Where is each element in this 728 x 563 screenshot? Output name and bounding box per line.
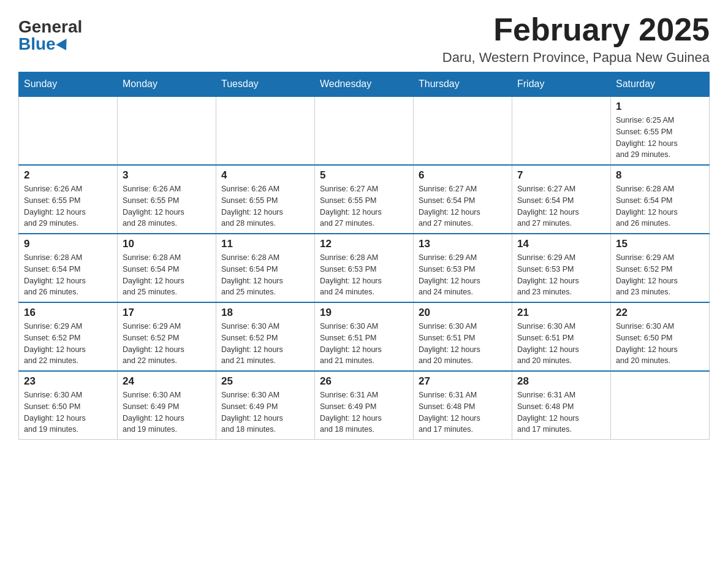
calendar-cell: 4Sunrise: 6:26 AMSunset: 6:55 PMDaylight…: [216, 165, 315, 234]
weekday-header-saturday: Saturday: [611, 72, 710, 97]
calendar-cell: [611, 371, 710, 440]
calendar-cell: 11Sunrise: 6:28 AMSunset: 6:54 PMDayligh…: [216, 234, 315, 302]
day-number: 4: [221, 169, 309, 182]
calendar-week-row: 23Sunrise: 6:30 AMSunset: 6:50 PMDayligh…: [19, 371, 710, 440]
calendar-cell: 9Sunrise: 6:28 AMSunset: 6:54 PMDaylight…: [19, 234, 118, 302]
calendar-cell: 3Sunrise: 6:26 AMSunset: 6:55 PMDaylight…: [118, 165, 216, 234]
calendar-cell: [118, 96, 216, 165]
logo-triangle-icon: [56, 39, 71, 53]
calendar-cell: 24Sunrise: 6:30 AMSunset: 6:49 PMDayligh…: [118, 371, 216, 440]
day-info: Sunrise: 6:31 AMSunset: 6:48 PMDaylight:…: [419, 389, 507, 435]
day-number: 28: [517, 375, 605, 388]
day-number: 16: [24, 307, 112, 319]
calendar-week-row: 16Sunrise: 6:29 AMSunset: 6:52 PMDayligh…: [19, 302, 710, 371]
day-info: Sunrise: 6:31 AMSunset: 6:49 PMDaylight:…: [320, 389, 408, 435]
logo-general-text: General: [18, 18, 82, 36]
day-info: Sunrise: 6:28 AMSunset: 6:53 PMDaylight:…: [320, 252, 408, 298]
day-info: Sunrise: 6:28 AMSunset: 6:54 PMDaylight:…: [24, 252, 112, 298]
day-number: 27: [419, 375, 507, 388]
day-number: 12: [320, 238, 408, 250]
day-info: Sunrise: 6:29 AMSunset: 6:52 PMDaylight:…: [123, 321, 211, 367]
day-info: Sunrise: 6:30 AMSunset: 6:51 PMDaylight:…: [419, 321, 507, 367]
calendar-cell: 23Sunrise: 6:30 AMSunset: 6:50 PMDayligh…: [19, 371, 118, 440]
calendar-header-row: SundayMondayTuesdayWednesdayThursdayFrid…: [19, 72, 710, 97]
logo-blue-text: Blue: [18, 36, 70, 53]
logo: General Blue: [18, 12, 82, 53]
calendar-cell: 20Sunrise: 6:30 AMSunset: 6:51 PMDayligh…: [414, 302, 512, 371]
calendar-cell: 10Sunrise: 6:28 AMSunset: 6:54 PMDayligh…: [118, 234, 216, 302]
month-title: February 2025: [442, 12, 710, 47]
calendar-cell: 16Sunrise: 6:29 AMSunset: 6:52 PMDayligh…: [19, 302, 118, 371]
calendar-cell: 14Sunrise: 6:29 AMSunset: 6:53 PMDayligh…: [512, 234, 611, 302]
day-info: Sunrise: 6:29 AMSunset: 6:53 PMDaylight:…: [517, 252, 605, 298]
day-number: 21: [517, 307, 605, 319]
day-number: 20: [419, 307, 507, 319]
weekday-header-thursday: Thursday: [414, 72, 512, 97]
day-info: Sunrise: 6:31 AMSunset: 6:48 PMDaylight:…: [517, 389, 605, 435]
calendar-week-row: 9Sunrise: 6:28 AMSunset: 6:54 PMDaylight…: [19, 234, 710, 302]
day-info: Sunrise: 6:29 AMSunset: 6:53 PMDaylight:…: [419, 252, 507, 298]
calendar-cell: 17Sunrise: 6:29 AMSunset: 6:52 PMDayligh…: [118, 302, 216, 371]
calendar-cell: 25Sunrise: 6:30 AMSunset: 6:49 PMDayligh…: [216, 371, 315, 440]
day-number: 22: [616, 307, 704, 319]
day-info: Sunrise: 6:28 AMSunset: 6:54 PMDaylight:…: [123, 252, 211, 298]
day-info: Sunrise: 6:29 AMSunset: 6:52 PMDaylight:…: [616, 252, 704, 298]
day-number: 10: [123, 238, 211, 250]
calendar-cell: 18Sunrise: 6:30 AMSunset: 6:52 PMDayligh…: [216, 302, 315, 371]
weekday-header-friday: Friday: [512, 72, 611, 97]
calendar-cell: 8Sunrise: 6:28 AMSunset: 6:54 PMDaylight…: [611, 165, 710, 234]
day-number: 18: [221, 307, 309, 319]
day-number: 7: [517, 169, 605, 182]
day-info: Sunrise: 6:30 AMSunset: 6:52 PMDaylight:…: [221, 321, 309, 367]
day-info: Sunrise: 6:27 AMSunset: 6:54 PMDaylight:…: [517, 183, 605, 229]
day-info: Sunrise: 6:30 AMSunset: 6:49 PMDaylight:…: [221, 389, 309, 435]
calendar-table: SundayMondayTuesdayWednesdayThursdayFrid…: [18, 72, 710, 440]
calendar-cell: 26Sunrise: 6:31 AMSunset: 6:49 PMDayligh…: [315, 371, 414, 440]
calendar-cell: 27Sunrise: 6:31 AMSunset: 6:48 PMDayligh…: [414, 371, 512, 440]
calendar-cell: 7Sunrise: 6:27 AMSunset: 6:54 PMDaylight…: [512, 165, 611, 234]
day-info: Sunrise: 6:26 AMSunset: 6:55 PMDaylight:…: [24, 183, 112, 229]
day-info: Sunrise: 6:30 AMSunset: 6:49 PMDaylight:…: [123, 389, 211, 435]
day-info: Sunrise: 6:30 AMSunset: 6:51 PMDaylight:…: [320, 321, 408, 367]
day-number: 26: [320, 375, 408, 388]
day-number: 3: [123, 169, 211, 182]
weekday-header-tuesday: Tuesday: [216, 72, 315, 97]
calendar-cell: 13Sunrise: 6:29 AMSunset: 6:53 PMDayligh…: [414, 234, 512, 302]
calendar-cell: 19Sunrise: 6:30 AMSunset: 6:51 PMDayligh…: [315, 302, 414, 371]
calendar-cell: 1Sunrise: 6:25 AMSunset: 6:55 PMDaylight…: [611, 96, 710, 165]
day-number: 13: [419, 238, 507, 250]
day-info: Sunrise: 6:30 AMSunset: 6:50 PMDaylight:…: [616, 321, 704, 367]
day-number: 17: [123, 307, 211, 319]
calendar-cell: 6Sunrise: 6:27 AMSunset: 6:54 PMDaylight…: [414, 165, 512, 234]
weekday-header-monday: Monday: [118, 72, 216, 97]
day-number: 24: [123, 375, 211, 388]
calendar-cell: 12Sunrise: 6:28 AMSunset: 6:53 PMDayligh…: [315, 234, 414, 302]
day-number: 8: [616, 169, 704, 182]
day-number: 19: [320, 307, 408, 319]
calendar-cell: 21Sunrise: 6:30 AMSunset: 6:51 PMDayligh…: [512, 302, 611, 371]
day-info: Sunrise: 6:30 AMSunset: 6:50 PMDaylight:…: [24, 389, 112, 435]
calendar-cell: [19, 96, 118, 165]
calendar-cell: 5Sunrise: 6:27 AMSunset: 6:55 PMDaylight…: [315, 165, 414, 234]
calendar-cell: 2Sunrise: 6:26 AMSunset: 6:55 PMDaylight…: [19, 165, 118, 234]
day-number: 15: [616, 238, 704, 250]
day-number: 14: [517, 238, 605, 250]
day-number: 25: [221, 375, 309, 388]
calendar-week-row: 1Sunrise: 6:25 AMSunset: 6:55 PMDaylight…: [19, 96, 710, 165]
day-info: Sunrise: 6:30 AMSunset: 6:51 PMDaylight:…: [517, 321, 605, 367]
day-number: 6: [419, 169, 507, 182]
day-info: Sunrise: 6:27 AMSunset: 6:54 PMDaylight:…: [419, 183, 507, 229]
day-info: Sunrise: 6:26 AMSunset: 6:55 PMDaylight:…: [221, 183, 309, 229]
page-header: General Blue February 2025 Daru, Western…: [18, 12, 710, 66]
day-number: 5: [320, 169, 408, 182]
weekday-header-wednesday: Wednesday: [315, 72, 414, 97]
calendar-cell: [216, 96, 315, 165]
day-number: 9: [24, 238, 112, 250]
day-number: 11: [221, 238, 309, 250]
day-number: 23: [24, 375, 112, 388]
calendar-cell: [414, 96, 512, 165]
day-info: Sunrise: 6:27 AMSunset: 6:55 PMDaylight:…: [320, 183, 408, 229]
location-title: Daru, Western Province, Papua New Guinea: [442, 50, 710, 66]
calendar-cell: [512, 96, 611, 165]
calendar-cell: 15Sunrise: 6:29 AMSunset: 6:52 PMDayligh…: [611, 234, 710, 302]
